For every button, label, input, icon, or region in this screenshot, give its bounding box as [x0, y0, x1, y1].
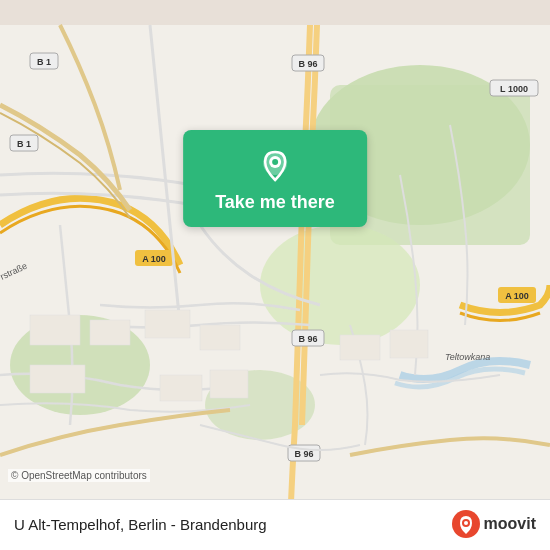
svg-point-35 [272, 159, 278, 165]
svg-text:A 100: A 100 [505, 291, 529, 301]
pin-icon [257, 148, 293, 184]
svg-rect-31 [160, 375, 202, 401]
location-info: U Alt-Tempelhof, Berlin - Brandenburg [14, 516, 267, 533]
info-bar: U Alt-Tempelhof, Berlin - Brandenburg mo… [0, 499, 550, 550]
svg-text:A 100: A 100 [142, 254, 166, 264]
svg-rect-32 [210, 370, 248, 398]
svg-text:B 96: B 96 [298, 334, 317, 344]
svg-rect-26 [145, 310, 190, 338]
copyright-text: © OpenStreetMap contributors [8, 469, 150, 482]
svg-text:B 96: B 96 [298, 59, 317, 69]
take-me-there-button[interactable]: Take me there [183, 130, 367, 227]
svg-rect-25 [90, 320, 130, 345]
svg-rect-30 [390, 330, 428, 358]
location-name: U Alt-Tempelhof, Berlin - Brandenburg [14, 516, 267, 533]
svg-rect-28 [30, 365, 85, 393]
moovit-brand-text: moovit [484, 515, 536, 533]
svg-rect-27 [200, 325, 240, 350]
map-container: B 96 B 96 B 96 B 1 B 1 L 1000 A 100 A 10… [0, 0, 550, 550]
svg-text:B 1: B 1 [17, 139, 31, 149]
svg-text:Teltowkana: Teltowkana [445, 352, 490, 362]
svg-rect-24 [30, 315, 80, 345]
cta-label: Take me there [215, 192, 335, 213]
cta-button-container: Take me there [183, 130, 367, 227]
svg-text:L 1000: L 1000 [500, 84, 528, 94]
svg-rect-29 [340, 335, 380, 360]
svg-text:B 1: B 1 [37, 57, 51, 67]
svg-point-38 [464, 521, 468, 525]
svg-point-5 [260, 225, 420, 345]
map-background: B 96 B 96 B 96 B 1 B 1 L 1000 A 100 A 10… [0, 0, 550, 550]
moovit-logo[interactable]: moovit [452, 510, 536, 538]
moovit-logo-icon [452, 510, 480, 538]
